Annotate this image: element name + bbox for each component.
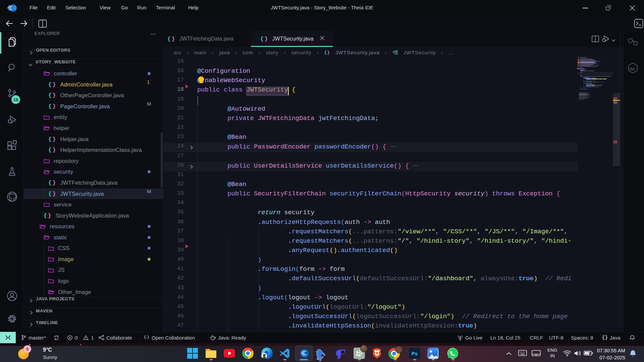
svg-text:0x: 0x	[630, 66, 635, 71]
